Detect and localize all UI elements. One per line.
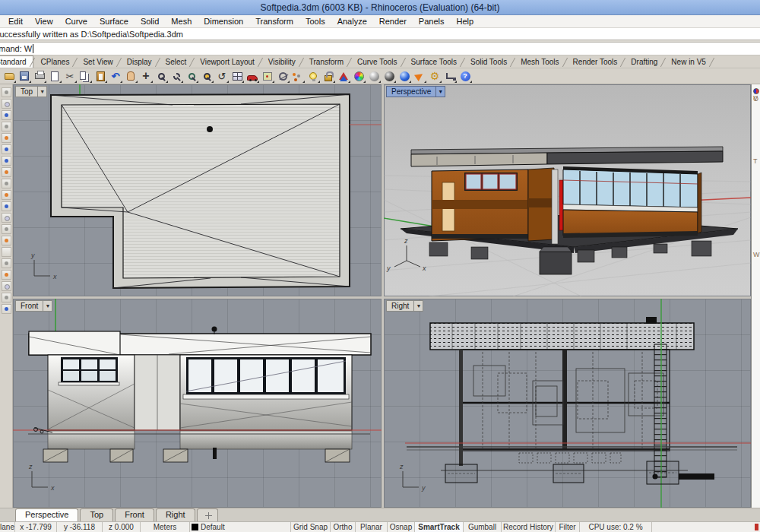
menu-item[interactable]: Mesh — [165, 16, 198, 27]
layer-cell[interactable]: Default — [190, 522, 291, 532]
menu-item[interactable]: Analyze — [331, 16, 373, 27]
flag-icon[interactable] — [412, 69, 427, 84]
sidebar-tool-icon[interactable] — [2, 304, 11, 314]
sidebar-tool-icon[interactable] — [2, 133, 11, 143]
viewport-label-right[interactable]: Right ▼ — [386, 300, 423, 312]
menu-item[interactable]: View — [29, 16, 59, 27]
undo-icon[interactable] — [108, 69, 123, 84]
viewport-perspective[interactable]: z x y Perspective ▼ — [384, 84, 751, 296]
sidebar-tool-icon[interactable] — [2, 122, 11, 131]
cut-icon[interactable] — [62, 69, 78, 84]
cplane-icon[interactable] — [275, 69, 290, 84]
y-coordinate[interactable]: y -36.118 — [57, 522, 103, 532]
sidebar-tool-icon[interactable] — [2, 281, 11, 291]
lightbulb-icon[interactable] — [306, 69, 321, 84]
toolbar-tab[interactable]: Solid Tools — [463, 56, 513, 68]
viewport-label-front[interactable]: Front ▼ — [15, 300, 52, 312]
sidebar-tool-icon[interactable] — [2, 156, 11, 166]
toolbar-tab[interactable]: Mesh Tools — [513, 56, 565, 68]
toolbar-tab[interactable]: Viewport Layout — [192, 56, 261, 68]
sphere-dark-icon[interactable] — [382, 69, 397, 84]
viewport-label-top[interactable]: Top ▼ — [15, 86, 47, 97]
car-icon[interactable] — [245, 69, 260, 84]
units-cell[interactable]: Meters — [141, 522, 190, 532]
move-icon[interactable] — [138, 69, 154, 84]
filter-toggle[interactable]: Filter — [556, 522, 580, 532]
title-bar[interactable]: Softpedia.3dm (6003 KB) - Rhinoceros (Ev… — [0, 0, 760, 15]
history-icon[interactable] — [442, 69, 458, 84]
menu-item[interactable]: Panels — [413, 16, 451, 27]
sidebar-tool-icon[interactable] — [2, 258, 11, 268]
z-coordinate[interactable]: z 0.000 — [103, 522, 141, 532]
menu-item[interactable]: Transform — [249, 16, 299, 27]
grid-snap-toggle[interactable]: Grid Snap — [291, 522, 331, 532]
save-icon[interactable] — [17, 69, 32, 84]
help-icon[interactable] — [458, 69, 473, 84]
viewport-front[interactable]: z x Front ▼ — [13, 299, 382, 508]
lock-icon[interactable] — [321, 69, 336, 84]
open-file-icon[interactable] — [2, 69, 17, 84]
new-viewport-tab[interactable] — [197, 508, 218, 521]
viewport-tab-front[interactable]: Front — [115, 508, 154, 521]
viewport-tab-top[interactable]: Top — [80, 508, 113, 521]
x-coordinate[interactable]: x -17.799 — [15, 522, 57, 532]
new-page-icon[interactable] — [47, 69, 62, 84]
sidebar-tool-icon[interactable] — [2, 99, 11, 109]
sidebar-tool-icon[interactable] — [2, 179, 11, 188]
gumball-toggle[interactable]: Gumball — [464, 522, 502, 532]
viewport-tab-right[interactable]: Right — [156, 508, 195, 521]
right-panel-edge[interactable]: V O T W — [751, 84, 760, 508]
sidebar-tool-icon[interactable] — [2, 224, 11, 234]
chevron-down-icon[interactable]: ▼ — [43, 300, 52, 312]
record-history-toggle[interactable]: Record History — [502, 522, 556, 532]
toolbar-tab[interactable]: Curve Tools — [350, 56, 404, 68]
toolbar-tab[interactable]: Transform — [302, 56, 350, 68]
cpu-usage[interactable]: CPU use: 0.2 % — [580, 522, 652, 532]
sidebar-tool-icon[interactable] — [2, 247, 11, 257]
menu-item[interactable]: Tools — [299, 16, 331, 27]
ortho-toggle[interactable]: Ortho — [331, 522, 356, 532]
toolbar-tab[interactable]: Render Tools — [565, 56, 624, 68]
viewport-layout-icon[interactable] — [230, 69, 245, 84]
sphere-gray-icon[interactable] — [366, 69, 382, 84]
smarttrack-toggle[interactable]: SmartTrack — [415, 522, 464, 532]
viewport-tab-perspective[interactable]: Perspective — [15, 508, 78, 521]
menu-item[interactable]: Dimension — [198, 16, 249, 27]
menu-item[interactable]: Edit — [2, 16, 29, 27]
toolbar-tab[interactable]: Select — [158, 56, 193, 68]
chevron-down-icon[interactable]: ▼ — [436, 86, 445, 97]
cplane-cell[interactable]: CPlane — [0, 522, 15, 532]
sidebar-tool-icon[interactable] — [2, 110, 11, 120]
sidebar-tool-icon[interactable] — [2, 293, 11, 302]
chevron-down-icon[interactable]: ▼ — [414, 300, 423, 312]
color-wheel-icon[interactable] — [351, 69, 366, 84]
toolbar-tab[interactable]: Set View — [75, 56, 119, 68]
viewport-right[interactable]: z y Right ▼ — [384, 299, 751, 508]
pan-icon[interactable] — [123, 69, 138, 84]
points-icon[interactable] — [290, 69, 306, 84]
toolbar-tab[interactable]: Visibility — [261, 56, 302, 68]
sidebar-tool-icon[interactable] — [2, 213, 11, 223]
toolbar-tab[interactable]: Surface Tools — [404, 56, 463, 68]
toolbar-tab[interactable]: Standard — [0, 55, 33, 68]
zoom-icon[interactable] — [154, 69, 169, 84]
zoom-extents-icon[interactable] — [184, 69, 199, 84]
sidebar-tool-icon[interactable] — [2, 190, 11, 200]
toolbar-tab[interactable]: Drafting — [623, 56, 663, 68]
toolbar-tab[interactable]: CPlanes — [33, 56, 76, 68]
command-prompt[interactable]: Command: W — [0, 43, 760, 55]
viewport-top[interactable]: y x Top ▼ — [13, 84, 382, 296]
chevron-down-icon[interactable]: ▼ — [38, 86, 47, 97]
planar-toggle[interactable]: Planar — [356, 522, 388, 532]
zoom-window-icon[interactable] — [169, 69, 184, 84]
menu-item[interactable]: Solid — [135, 16, 165, 27]
toolbar-tab[interactable]: New in V5 — [663, 56, 712, 68]
sidebar-tool-icon[interactable] — [2, 167, 11, 177]
copy-icon[interactable] — [78, 69, 93, 84]
sidebar-tool-icon[interactable] — [2, 201, 11, 211]
sidebar-tool-icon[interactable] — [2, 270, 11, 280]
toolbar-tab[interactable]: Display — [119, 56, 158, 68]
layers-icon[interactable] — [336, 69, 351, 84]
sidebar-tool-icon[interactable] — [2, 236, 11, 245]
print-icon[interactable] — [32, 69, 47, 84]
